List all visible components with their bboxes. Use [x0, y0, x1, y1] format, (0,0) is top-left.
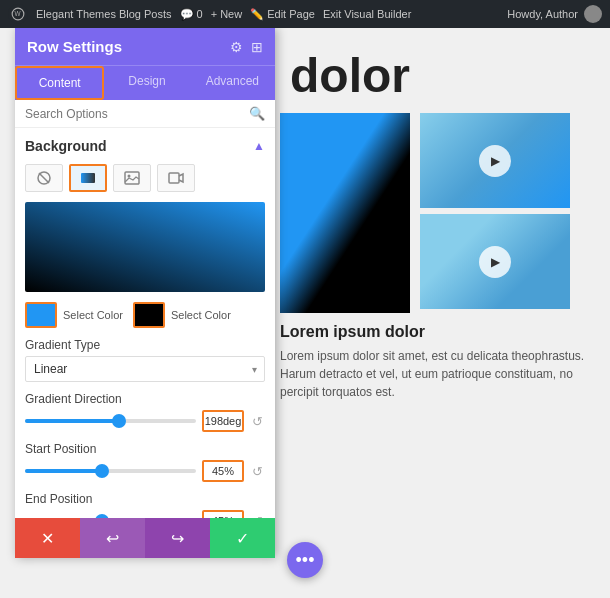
gradient-direction-reset[interactable]: ↺ [250, 414, 265, 429]
bottom-right-image: ▶ [420, 214, 570, 309]
comments-link[interactable]: 💬 0 [180, 8, 203, 21]
undo-button[interactable]: ↩ [80, 518, 145, 558]
panel-search: 🔍 [15, 100, 275, 128]
start-position-reset[interactable]: ↺ [250, 464, 265, 479]
lorem-text: Lorem ipsum dolor sit amet, est cu delic… [280, 347, 600, 401]
top-right-image: ▶ [420, 113, 570, 208]
gradient-preview [25, 202, 265, 292]
lorem-section: Lorem ipsum dolor Lorem ipsum dolor sit … [270, 313, 610, 401]
avatar [584, 5, 602, 23]
lorem-title: Lorem ipsum dolor [280, 323, 600, 341]
color2-label: Select Color [171, 309, 231, 321]
gradient-direction-thumb[interactable] [112, 414, 126, 428]
admin-bar-right: Howdy, Author [507, 5, 602, 23]
fullscreen-icon[interactable]: ⊞ [251, 39, 263, 55]
start-position-track[interactable] [25, 469, 196, 473]
panel-tabs: Content Design Advanced [15, 65, 275, 100]
end-position-thumb[interactable] [95, 514, 109, 518]
color1-swatch[interactable] [25, 302, 57, 328]
right-images: ▶ ▶ [420, 113, 570, 313]
site-name[interactable]: Elegant Themes Blog Posts [36, 8, 172, 20]
new-link[interactable]: + New [211, 8, 243, 20]
bg-type-row [25, 164, 265, 192]
end-position-value[interactable]: 45% [202, 510, 244, 518]
end-position-row: 45% ↺ [25, 510, 265, 518]
settings-icon[interactable]: ⚙ [230, 39, 243, 55]
bg-type-gradient[interactable] [69, 164, 107, 192]
panel-header-icons: ⚙ ⊞ [230, 39, 263, 55]
start-position-thumb[interactable] [95, 464, 109, 478]
tab-advanced[interactable]: Advanced [190, 66, 275, 100]
gradient-direction-value[interactable]: 198deg [202, 410, 244, 432]
page-content: dolor ▶ ▶ Lorem ipsum dolor Lorem ipsum … [270, 28, 610, 598]
edit-page-link[interactable]: ✏️ Edit Page [250, 8, 315, 21]
color2-group: Select Color [133, 302, 231, 328]
content-row: ▶ ▶ [270, 113, 610, 313]
color1-group: Select Color [25, 302, 123, 328]
start-position-row: 45% ↺ [25, 460, 265, 482]
bg-type-video[interactable] [157, 164, 195, 192]
panel-body: Background ▲ [15, 128, 275, 518]
start-position-label: Start Position [25, 442, 265, 456]
start-position-value[interactable]: 45% [202, 460, 244, 482]
wp-logo[interactable]: W [8, 4, 28, 24]
save-button[interactable]: ✓ [210, 518, 275, 558]
bg-type-none[interactable] [25, 164, 63, 192]
gradient-direction-section: Gradient Direction 198deg ↺ [25, 392, 265, 432]
tab-design[interactable]: Design [104, 66, 189, 100]
play-button-bottom[interactable]: ▶ [479, 246, 511, 278]
background-section-header: Background ▲ [25, 138, 265, 154]
gradient-direction-row: 198deg ↺ [25, 410, 265, 432]
gradient-type-select[interactable]: Linear [25, 356, 265, 382]
gradient-type-label: Gradient Type [25, 338, 265, 352]
page-title: dolor [270, 28, 610, 113]
svg-line-3 [39, 173, 49, 183]
gradient-direction-label: Gradient Direction [25, 392, 265, 406]
color2-swatch[interactable] [133, 302, 165, 328]
cancel-button[interactable]: ✕ [15, 518, 80, 558]
left-image [280, 113, 410, 313]
gradient-type-wrapper: Linear ▾ [25, 356, 265, 382]
search-input[interactable] [25, 107, 249, 121]
color-row: Select Color Select Color [25, 302, 265, 328]
color1-label: Select Color [63, 309, 123, 321]
search-icon: 🔍 [249, 106, 265, 121]
bg-type-image[interactable] [113, 164, 151, 192]
svg-rect-4 [81, 173, 95, 183]
redo-button[interactable]: ↪ [145, 518, 210, 558]
gradient-direction-track[interactable] [25, 419, 196, 423]
panel-header: Row Settings ⚙ ⊞ [15, 28, 275, 65]
svg-point-6 [128, 175, 131, 178]
start-position-section: Start Position 45% ↺ [25, 442, 265, 482]
svg-rect-7 [169, 173, 179, 183]
admin-bar: W Elegant Themes Blog Posts 💬 0 + New ✏️… [0, 0, 610, 28]
background-section-title: Background [25, 138, 107, 154]
panel-title: Row Settings [27, 38, 122, 55]
howdy-text: Howdy, Author [507, 8, 578, 20]
floating-menu-button[interactable]: ••• [287, 542, 323, 578]
panel-footer: ✕ ↩ ↪ ✓ [15, 518, 275, 558]
end-position-label: End Position [25, 492, 265, 506]
tab-content[interactable]: Content [15, 66, 104, 100]
main-area: dolor ▶ ▶ Lorem ipsum dolor Lorem ipsum … [0, 28, 610, 598]
end-position-section: End Position 45% ↺ [25, 492, 265, 518]
settings-panel: Row Settings ⚙ ⊞ Content Design Advanced… [15, 28, 275, 558]
section-collapse-icon[interactable]: ▲ [253, 139, 265, 153]
svg-text:W: W [15, 10, 22, 17]
play-button-top[interactable]: ▶ [479, 145, 511, 177]
exit-builder-link[interactable]: Exit Visual Builder [323, 8, 411, 20]
